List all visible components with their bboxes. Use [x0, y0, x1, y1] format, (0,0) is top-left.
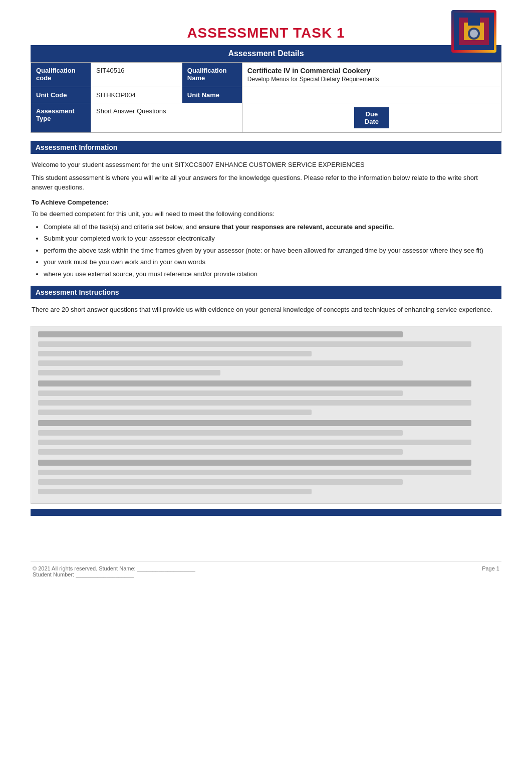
svg-rect-3	[468, 17, 480, 26]
details-table: Qualification code SIT40516 Qualificatio…	[31, 62, 501, 133]
bullet-item-2: Submit your completed work to your asses…	[44, 234, 500, 244]
due-date-cell: Due Date	[242, 103, 501, 133]
unit-code-label: Unit Code	[31, 87, 91, 103]
institution-logo	[451, 10, 496, 53]
bullet-item-4: your work must be you own work and in yo…	[44, 257, 500, 267]
unit-name-value	[242, 87, 501, 103]
footer-bar	[31, 509, 501, 516]
unit-code-value: SITHKOP004	[91, 87, 182, 103]
intro-text: This student assessment is where you wil…	[32, 173, 500, 192]
bullet-item-1: Complete all of the task(s) and criteria…	[44, 222, 500, 232]
bullet-list: Complete all of the task(s) and criteria…	[44, 222, 500, 279]
blurred-content-area	[31, 326, 501, 504]
welcome-text: Welcome to your student assessment for t…	[32, 160, 500, 170]
competence-heading: To Achieve Competence:	[32, 198, 500, 208]
due-date-box: Due Date	[354, 107, 389, 128]
bullet-item-5: where you use external source, you must …	[44, 269, 500, 279]
qual-code-value: SIT40516	[91, 63, 182, 87]
qual-code-label: Qualification code	[31, 63, 91, 87]
assessment-info-body: Welcome to your student assessment for t…	[31, 158, 501, 286]
logo-area	[451, 10, 501, 55]
footer-left-text: © 2021 All rights reserved. Student Name…	[33, 565, 195, 571]
unit-name-label: Unit Name	[182, 87, 242, 103]
instructions-text: There are 20 short answer questions that…	[32, 305, 500, 315]
qual-name-sub: Develop Menus for Special Dietary Requir…	[247, 76, 379, 83]
assessment-type-value: Short Answer Questions	[91, 103, 242, 133]
assessment-instructions-header: Assessment Instructions	[31, 286, 501, 299]
footer-left: © 2021 All rights reserved. Student Name…	[33, 565, 195, 577]
assessment-type-label: Assessment Type	[31, 103, 91, 133]
footer-area: © 2021 All rights reserved. Student Name…	[31, 561, 501, 581]
assessment-info-section: Assessment Information Welcome to your s…	[31, 141, 501, 286]
main-title: ASSESSMENT TASK 1	[31, 10, 501, 45]
competence-intro: To be deemed competent for this unit, yo…	[32, 209, 500, 219]
details-section-header: Assessment Details	[31, 45, 501, 62]
assessment-instructions-section: Assessment Instructions There are 20 sho…	[31, 286, 501, 322]
assessment-instructions-body: There are 20 short answer questions that…	[31, 303, 501, 322]
qual-name-value: Certificate IV in Commercial Cookery Dev…	[242, 63, 501, 87]
assessment-info-header: Assessment Information	[31, 141, 501, 154]
qual-name-label: Qualification Name	[182, 63, 242, 87]
footer-right: Page 1	[482, 565, 499, 571]
footer-left-sub: Student Number: ___________________	[33, 571, 195, 577]
bullet-item-3: perform the above task within the time f…	[44, 246, 500, 256]
svg-point-5	[470, 30, 478, 38]
